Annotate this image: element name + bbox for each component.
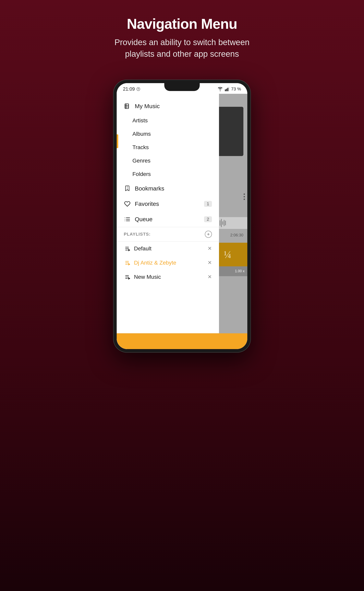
queue-icon xyxy=(124,216,131,222)
navigation-menu: Home My Music Ar xyxy=(117,83,219,349)
more-options-icon xyxy=(244,194,245,200)
playlist-item-default[interactable]: Default ✕ xyxy=(117,242,219,256)
remove-playlist-dj-antiz-icon[interactable]: ✕ xyxy=(208,260,212,266)
menu-item-artists[interactable]: Artists xyxy=(117,114,219,127)
phone-screen: 21:09 xyxy=(117,83,247,349)
playlist-item-new-music[interactable]: New Music ✕ xyxy=(117,270,219,284)
folders-label: Folders xyxy=(132,171,151,177)
menu-item-favorites[interactable]: Favorites 1 xyxy=(117,196,219,212)
menu-items-list: Home My Music Ar xyxy=(117,83,219,227)
svg-point-1 xyxy=(220,90,221,91)
svg-rect-7 xyxy=(125,104,129,108)
add-playlist-button[interactable] xyxy=(205,231,212,238)
svg-text:¼: ¼ xyxy=(224,249,231,260)
remove-playlist-new-music-icon[interactable]: ✕ xyxy=(208,274,212,280)
bookmark-icon xyxy=(124,185,131,192)
playlist-default-name: Default xyxy=(134,245,204,252)
bottom-nav-bar xyxy=(117,333,247,349)
queue-label: Queue xyxy=(135,216,152,223)
playlist-icon xyxy=(124,246,131,252)
wifi-icon xyxy=(217,87,223,91)
signal-icon xyxy=(225,87,229,91)
favorites-badge: 1 xyxy=(204,201,212,207)
album-art xyxy=(216,107,243,156)
queue-badge: 2 xyxy=(204,216,212,222)
artists-label: Artists xyxy=(132,117,148,124)
genres-label: Genres xyxy=(132,158,150,164)
playlist-item-dj-antiz[interactable]: Dj Antiz & Zebyte ✕ xyxy=(117,256,219,270)
playlist-active-icon xyxy=(124,260,131,266)
playlist-icon-large: ¼ xyxy=(222,248,234,261)
menu-item-tracks[interactable]: Tracks xyxy=(117,141,219,154)
nav-icon xyxy=(136,87,140,91)
playlist-new-music-name: New Music xyxy=(134,274,204,280)
playlists-section-header: PLAYLISTS: xyxy=(117,227,219,242)
menu-item-my-music[interactable]: My Music xyxy=(117,99,219,114)
active-indicator xyxy=(117,134,118,148)
svg-marker-22 xyxy=(129,249,130,251)
menu-item-albums[interactable]: Albums xyxy=(117,127,219,141)
battery-text: 73 % xyxy=(231,87,241,92)
albums-label: Albums xyxy=(132,131,151,137)
svg-rect-2 xyxy=(225,89,226,91)
favorites-label: Favorites xyxy=(135,201,159,207)
menu-item-queue[interactable]: Queue 2 xyxy=(117,212,219,227)
svg-rect-3 xyxy=(226,89,227,91)
svg-rect-5 xyxy=(229,87,229,91)
heart-icon xyxy=(124,201,131,207)
music-library-icon xyxy=(124,103,131,109)
svg-marker-30 xyxy=(129,278,130,279)
phone-notch xyxy=(164,83,200,91)
my-music-label: My Music xyxy=(135,103,160,109)
menu-item-bookmarks[interactable]: Bookmarks xyxy=(117,181,219,196)
status-icons: 73 % xyxy=(217,87,241,92)
playback-time: 2:06:30 xyxy=(230,233,243,237)
tracks-label: Tracks xyxy=(132,144,149,150)
bookmarks-label: Bookmarks xyxy=(135,185,164,192)
svg-marker-26 xyxy=(129,263,130,265)
svg-rect-4 xyxy=(228,88,228,91)
status-time: 21:09 xyxy=(123,86,140,92)
page-subtitle: Provides an ability to switch betweenpla… xyxy=(115,37,249,60)
menu-item-genres[interactable]: Genres xyxy=(117,154,219,168)
playlists-label: PLAYLISTS: xyxy=(124,232,202,237)
playlist-dj-antiz-name: Dj Antiz & Zebyte xyxy=(134,260,204,266)
phone-mockup: 21:09 xyxy=(113,80,251,353)
page-title: Navigation Menu xyxy=(127,16,237,32)
menu-item-folders[interactable]: Folders xyxy=(117,168,219,181)
playlist-new-icon xyxy=(124,274,131,280)
remove-playlist-default-icon[interactable]: ✕ xyxy=(208,245,212,252)
